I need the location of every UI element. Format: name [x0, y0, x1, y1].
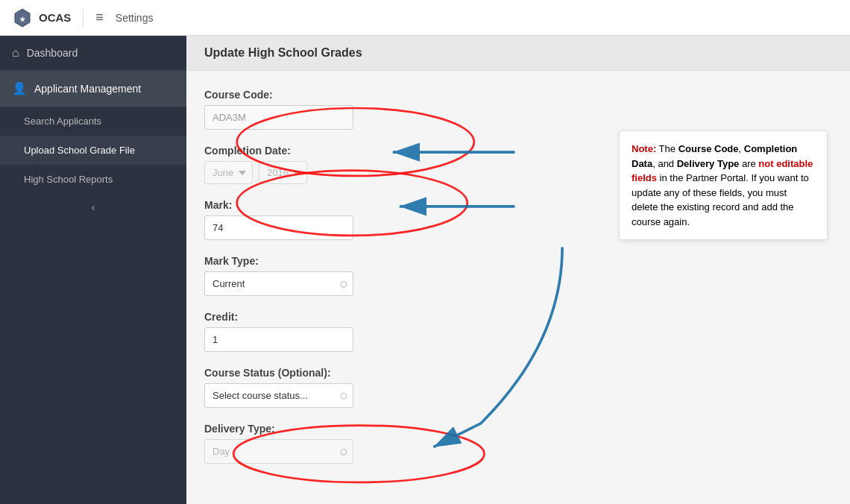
sidebar-item-upload-school-grade[interactable]: Upload School Grade File	[0, 136, 186, 165]
mark-type-select[interactable]: Current	[204, 271, 353, 296]
delivery-type-group: Delivery Type: Day ⬡	[204, 423, 832, 464]
sidebar-item-applicant-management[interactable]: 👤 Applicant Management	[0, 71, 186, 107]
delivery-type-select: Day	[204, 439, 353, 464]
form-area: Course Code: Completion Date: June 2016 …	[186, 71, 850, 497]
course-status-select[interactable]: Select course status...	[204, 383, 353, 408]
credit-label: Credit:	[204, 311, 832, 323]
topbar: ★ OCAS ≡ Settings	[0, 0, 850, 36]
sidebar-upload-label: Upload School Grade File	[24, 145, 135, 156]
delivery-type-label: Delivery Type:	[204, 423, 832, 435]
year-select: 2016	[259, 161, 307, 184]
logo: ★ OCAS	[12, 7, 71, 28]
mark-type-group: Mark Type: Current ⬡	[204, 255, 832, 296]
settings-label: Settings	[116, 12, 154, 24]
sidebar-collapse-button[interactable]: ‹	[0, 194, 186, 221]
page-title: Update High School Grades	[204, 46, 362, 59]
home-icon: ⌂	[12, 46, 19, 60]
month-select: June	[204, 161, 253, 184]
page-header: Update High School Grades	[186, 36, 850, 71]
credit-input[interactable]	[204, 327, 353, 352]
mark-type-wrapper: Current ⬡	[204, 271, 353, 296]
sidebar-item-search-applicants[interactable]: Search Applicants	[0, 107, 186, 136]
note-box: Note: The Course Code, Completion Data, …	[619, 130, 828, 240]
sidebar-search-applicants-label: Search Applicants	[24, 116, 101, 127]
credit-group: Credit:	[204, 311, 832, 352]
sidebar: ⌂ Dashboard 👤 Applicant Management Searc…	[0, 36, 186, 504]
course-status-label: Course Status (Optional):	[204, 367, 832, 379]
svg-text:★: ★	[19, 16, 26, 23]
note-text: Note: The Course Code, Completion Data, …	[632, 142, 815, 229]
topbar-divider	[83, 9, 84, 27]
note-body: The Course Code, Completion Data, and De…	[632, 143, 813, 227]
delivery-type-wrapper: Day ⬡	[204, 439, 353, 464]
course-code-label: Course Code:	[204, 89, 832, 101]
sidebar-item-dashboard[interactable]: ⌂ Dashboard	[0, 36, 186, 71]
user-icon: 👤	[12, 81, 27, 95]
ocas-logo-icon: ★	[12, 7, 33, 28]
mark-input[interactable]	[204, 215, 353, 240]
course-code-group: Course Code:	[204, 89, 832, 130]
layout: ⌂ Dashboard 👤 Applicant Management Searc…	[0, 36, 850, 504]
main-content: Update High School Grades Course Code: C…	[186, 36, 850, 504]
course-code-input	[204, 105, 353, 130]
logo-text: OCAS	[39, 11, 71, 24]
course-status-group: Course Status (Optional): Select course …	[204, 367, 832, 408]
course-status-wrapper: Select course status... ⬡	[204, 383, 353, 408]
sidebar-dashboard-label: Dashboard	[27, 47, 78, 59]
note-prefix: Note:	[632, 143, 656, 154]
sidebar-high-school-reports-label: High School Reports	[24, 174, 113, 185]
sidebar-applicant-management-label: Applicant Management	[34, 83, 141, 95]
menu-icon[interactable]: ≡	[95, 10, 104, 25]
sidebar-item-high-school-reports[interactable]: High School Reports	[0, 165, 186, 194]
mark-type-label: Mark Type:	[204, 255, 832, 267]
